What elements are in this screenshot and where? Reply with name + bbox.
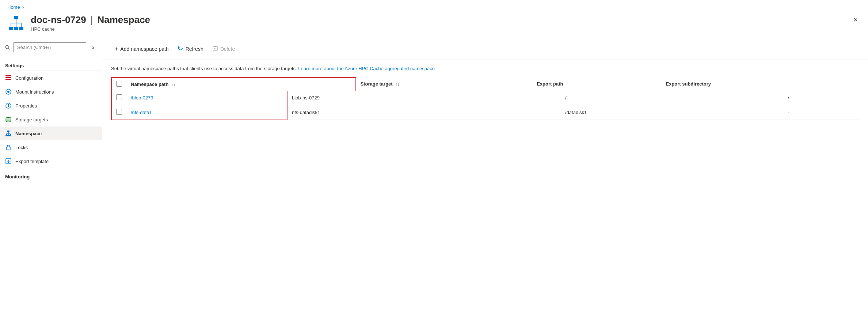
sidebar-item-configuration[interactable]: Configuration xyxy=(0,71,102,85)
sidebar-item-storage-targets[interactable]: Storage targets xyxy=(0,113,102,126)
page-header: doc-ns-0729 | Namespace HPC cache × xyxy=(0,11,868,38)
delete-icon xyxy=(212,45,218,52)
namespace-path-sort-icon: ↑↓ xyxy=(171,82,175,87)
select-all-checkbox[interactable] xyxy=(116,81,122,87)
namespace-path-header-label: Namespace path xyxy=(131,82,168,87)
namespace-data-table: /blob-0279 blob-ns-0729 / / xyxy=(111,91,859,120)
storage-target-sort-icon: ↑↓ xyxy=(395,82,399,86)
table-row: /nfs-data1 nfs-datadisk1 /datadisk1 - xyxy=(111,105,859,120)
svg-rect-2 xyxy=(14,27,18,30)
export-subdirectory-header: Export subdirectory xyxy=(661,77,859,91)
breadcrumb-separator: › xyxy=(22,4,24,10)
page-title: doc-ns-0729 | Namespace xyxy=(31,14,150,26)
description-text: Set the virtual namespace paths that cli… xyxy=(111,66,297,71)
monitoring-section-label: Monitoring xyxy=(0,168,102,182)
sidebar-item-locks[interactable]: Locks xyxy=(0,140,102,154)
svg-rect-13 xyxy=(5,79,11,80)
learn-more-link[interactable]: Learn more about the Azure HPC Cache agg… xyxy=(298,66,435,71)
add-namespace-path-button[interactable]: + Add namespace path xyxy=(111,44,172,54)
namespace-path-header-end xyxy=(322,77,356,91)
page-title-group: doc-ns-0729 | Namespace HPC cache xyxy=(31,14,150,32)
row1-end-cell xyxy=(207,91,287,105)
svg-rect-12 xyxy=(5,77,11,78)
table-body-wrapper: /blob-0279 blob-ns-0729 / / xyxy=(111,91,859,120)
app-container: Home › doc-ns-0729 | Namespace xyxy=(0,0,868,329)
delete-label: Delete xyxy=(220,46,235,52)
breadcrumb: Home › xyxy=(0,0,868,11)
toolbar: + Add namespace path Refresh xyxy=(102,38,868,60)
sidebar-item-export-label: Export template xyxy=(15,159,49,164)
collapse-button[interactable]: « xyxy=(89,43,97,52)
row1-namespace-link[interactable]: /blob-0279 xyxy=(131,95,153,101)
table-row: /blob-0279 blob-ns-0729 / / xyxy=(111,91,859,105)
row2-export-path: /datadisk1 xyxy=(561,105,783,120)
table-container: Namespace path ↑↓ Storage target ↑↓ Expo… xyxy=(102,77,868,129)
row1-checkbox[interactable] xyxy=(116,94,122,100)
page-title-suffix: Namespace xyxy=(98,14,151,26)
description: Set the virtual namespace paths that cli… xyxy=(102,60,868,77)
search-input[interactable] xyxy=(13,42,86,52)
row1-export-path: / xyxy=(561,91,783,105)
settings-section-label: Settings xyxy=(0,57,102,71)
svg-point-15 xyxy=(7,91,9,93)
namespace-path-header[interactable]: Namespace path ↑↓ xyxy=(126,77,322,91)
export-path-header-label: Export path xyxy=(537,81,563,87)
svg-rect-0 xyxy=(14,16,18,19)
row2-export-subdirectory: - xyxy=(784,105,860,120)
mount-icon xyxy=(5,88,12,95)
sidebar-item-properties[interactable]: Properties xyxy=(0,99,102,113)
sidebar-item-mount-instructions[interactable]: Mount instructions xyxy=(0,85,102,99)
search-box-container: « xyxy=(0,38,102,57)
page-title-divider: | xyxy=(91,14,93,26)
refresh-button[interactable]: Refresh xyxy=(174,43,207,54)
delete-button[interactable]: Delete xyxy=(209,43,239,54)
refresh-label: Refresh xyxy=(186,46,203,52)
svg-line-10 xyxy=(8,48,9,49)
sidebar-item-storage-label: Storage targets xyxy=(15,117,48,122)
search-icon xyxy=(5,45,10,50)
svg-rect-3 xyxy=(19,27,23,30)
row1-export-subdirectory: / xyxy=(784,91,860,105)
breadcrumb-home[interactable]: Home xyxy=(7,4,20,10)
row2-storage-target: nfs-datadisk1 xyxy=(287,105,561,120)
close-button[interactable]: × xyxy=(850,14,861,26)
storage-target-header-label: Storage target xyxy=(361,81,393,87)
sidebar-item-export-template[interactable]: Export template xyxy=(0,154,102,168)
svg-rect-23 xyxy=(9,135,11,136)
sidebar-item-mount-label: Mount instructions xyxy=(15,89,54,95)
export-path-header: Export path xyxy=(532,77,661,91)
svg-rect-1 xyxy=(9,27,13,30)
add-namespace-path-label: Add namespace path xyxy=(120,46,168,52)
select-all-header xyxy=(111,77,126,91)
page-subtitle: HPC cache xyxy=(31,26,150,32)
row2-end-cell xyxy=(207,105,287,120)
export-subdirectory-header-label: Export subdirectory xyxy=(666,81,711,87)
svg-rect-29 xyxy=(7,147,10,150)
properties-icon xyxy=(5,102,12,109)
page-header-left: doc-ns-0729 | Namespace HPC cache xyxy=(7,14,150,32)
row2-namespace-link[interactable]: /nfs-data1 xyxy=(131,110,152,115)
refresh-icon xyxy=(178,45,183,52)
export-icon xyxy=(5,158,12,164)
config-icon xyxy=(5,75,12,81)
svg-rect-22 xyxy=(7,135,9,136)
namespace-sidebar-icon xyxy=(5,130,12,137)
sidebar-item-configuration-label: Configuration xyxy=(15,75,43,81)
locks-icon xyxy=(5,144,12,151)
sidebar: « Settings Configuration xyxy=(0,38,102,329)
content-area: + Add namespace path Refresh xyxy=(102,38,868,329)
main-layout: « Settings Configuration xyxy=(0,38,868,329)
row2-checkbox[interactable] xyxy=(116,109,122,115)
row2-checkbox-cell xyxy=(111,105,126,120)
table-header-row: Namespace path ↑↓ Storage target ↑↓ Expo… xyxy=(111,77,859,91)
storage-target-header[interactable]: Storage target ↑↓ xyxy=(356,77,533,91)
page-title-prefix: doc-ns-0729 xyxy=(31,14,86,26)
svg-rect-20 xyxy=(7,131,9,132)
row1-namespace-path: /blob-0279 xyxy=(126,91,207,105)
sidebar-item-locks-label: Locks xyxy=(15,145,28,150)
storage-icon xyxy=(5,116,12,123)
svg-point-9 xyxy=(5,45,9,49)
sidebar-item-namespace[interactable]: Namespace xyxy=(0,126,102,140)
row1-storage-target: blob-ns-0729 xyxy=(287,91,561,105)
namespace-icon xyxy=(7,14,25,32)
